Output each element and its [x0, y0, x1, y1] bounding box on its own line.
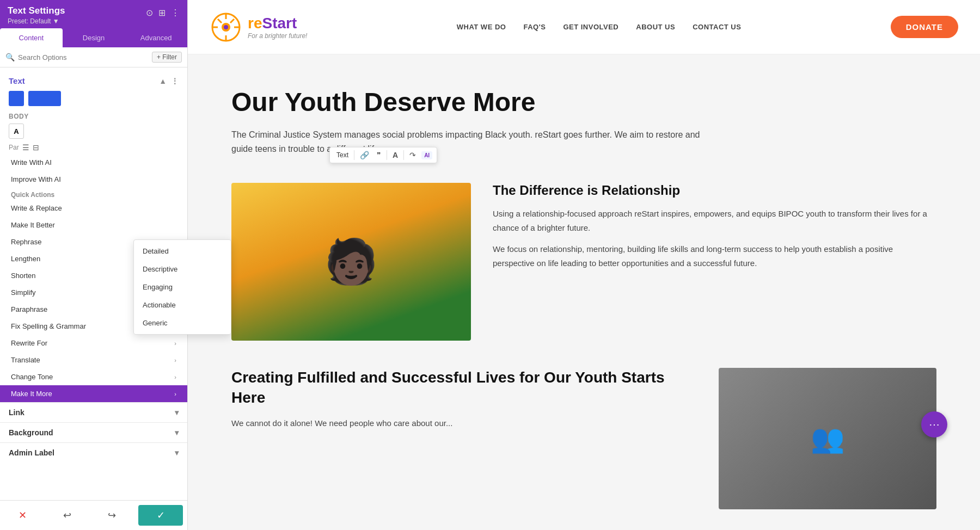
toolbar-divider-2: [387, 150, 387, 160]
toolbar-ai-icon[interactable]: AI: [421, 151, 432, 159]
menu-change-tone[interactable]: Change Tone ›: [0, 368, 187, 385]
color-row: [0, 89, 187, 108]
background-section[interactable]: Background ▾: [0, 422, 187, 442]
two-col-section: 🧑🏿 The Difference is Relationship Using …: [231, 183, 936, 341]
background-label: Background: [9, 428, 53, 437]
color-swatch-rect[interactable]: [28, 91, 61, 106]
second-section: Creating Fulfilled and Successful Lives …: [231, 368, 936, 509]
cancel-icon: ✕: [19, 509, 27, 521]
menu-translate[interactable]: Translate ›: [0, 352, 187, 368]
panel-tabs: Content Design Advanced: [0, 28, 187, 47]
panel-preset[interactable]: Preset: Default ▼: [8, 17, 65, 25]
color-swatch-blue[interactable]: [9, 91, 24, 106]
link-section[interactable]: Link ▾: [0, 402, 187, 422]
admin-label: Admin Label: [9, 448, 54, 457]
svg-point-6: [224, 25, 228, 29]
toolbar-more-icon[interactable]: ↷: [407, 150, 418, 161]
target-icon[interactable]: ⊙: [146, 8, 153, 18]
confirm-icon: ✓: [157, 509, 165, 521]
write-with-ai[interactable]: Write With AI: [0, 154, 187, 171]
background-expand-icon: ▾: [175, 428, 179, 437]
group-photo-placeholder: 👥: [719, 368, 936, 509]
panel-title: Text Settings: [8, 5, 65, 16]
quick-actions-label: Quick Actions: [0, 188, 187, 200]
admin-expand-icon: ▾: [175, 448, 179, 457]
text-section-header: Text ▲ ⋮: [0, 73, 187, 89]
logo-svg: [210, 11, 242, 44]
nav-faqs[interactable]: FAQ'S: [523, 23, 546, 31]
tab-content[interactable]: Content: [0, 28, 63, 47]
chevron-makeitmore-icon: ›: [174, 391, 176, 397]
menu-make-it-better[interactable]: Make It Better: [0, 217, 187, 233]
youth-image: 🧑🏿: [231, 183, 471, 341]
undo-button[interactable]: ↩: [45, 505, 89, 526]
submenu-descriptive[interactable]: Descriptive: [134, 260, 231, 278]
chat-bubble[interactable]: ⋯: [921, 411, 947, 437]
improve-with-ai[interactable]: Improve With AI: [0, 171, 187, 188]
tab-advanced[interactable]: Advanced: [125, 28, 187, 47]
toolbar-link-icon[interactable]: 🔗: [358, 150, 371, 161]
filter-label: + Filter: [157, 53, 177, 61]
group-image: 👥: [719, 368, 936, 509]
panel-footer: ✕ ↩ ↪ ✓: [0, 500, 187, 530]
search-icon: 🔍: [5, 53, 15, 61]
toolbar-text-label: Text: [334, 151, 351, 159]
confirm-button[interactable]: ✓: [138, 505, 183, 526]
submenu-make-it-more: Detailed Descriptive Engaging Actionable…: [133, 239, 231, 335]
hero-body: The Criminal Justice System manages soci…: [231, 128, 721, 156]
main-content: Our Youth Deserve More The Criminal Just…: [188, 54, 980, 530]
toolbar-divider-3: [403, 150, 404, 160]
section1-body2: We focus on relationship, mentoring, bui…: [493, 242, 936, 270]
admin-label-section[interactable]: Admin Label ▾: [0, 442, 187, 463]
inline-text-toolbar: Text 🔗 ❞ A ↷ AI: [329, 147, 437, 163]
collapse-icon[interactable]: ▲: [159, 77, 167, 85]
nav-links: WHAT WE DO FAQ'S GET INVOLVED ABOUT US C…: [457, 23, 742, 31]
para-text-icon: ⊟: [33, 143, 39, 152]
link-label: Link: [9, 408, 24, 417]
toolbar-font-color-icon[interactable]: A: [390, 150, 400, 161]
more-section-icon[interactable]: ⋮: [171, 77, 179, 85]
hero-title: Our Youth Deserve More: [231, 87, 936, 117]
chat-icon: ⋯: [929, 418, 940, 431]
menu-write-replace[interactable]: Write & Replace: [0, 200, 187, 217]
section2-body: We cannot do it alone! We need people wh…: [231, 416, 697, 430]
link-expand-icon: ▾: [175, 408, 179, 417]
section2-title: Creating Fulfilled and Successful Lives …: [231, 368, 697, 408]
para-list-icon: ☰: [22, 143, 29, 152]
left-panel: Text Settings Preset: Default ▼ ⊙ ⊞ ⋮ Co…: [0, 0, 188, 530]
more-icon[interactable]: ⋮: [171, 8, 180, 18]
search-input[interactable]: [18, 53, 149, 61]
menu-make-it-more[interactable]: Make It More ›: [0, 385, 187, 402]
chevron-rewrite-icon: ›: [174, 340, 176, 347]
cancel-button[interactable]: ✕: [0, 505, 45, 526]
submenu-engaging[interactable]: Engaging: [134, 278, 231, 296]
redo-icon: ↪: [108, 509, 116, 521]
body-swatch[interactable]: A: [9, 124, 24, 139]
section1-body1: Using a relationship-focused approach re…: [493, 207, 936, 235]
redo-button[interactable]: ↪: [89, 505, 134, 526]
right-content: Text 🔗 ❞ A ↷ AI reSta: [188, 0, 980, 530]
nav-get-involved[interactable]: GET INVOLVED: [563, 23, 618, 31]
second-text: Creating Fulfilled and Successful Lives …: [231, 368, 697, 430]
logo-tagline: For a brighter future!: [248, 32, 307, 40]
nav-contact-us[interactable]: CONTACT US: [693, 23, 741, 31]
toolbar-divider-1: [354, 150, 354, 160]
toolbar-quote-icon[interactable]: ❞: [375, 150, 383, 161]
text-section-label: Text: [9, 76, 25, 85]
submenu-detailed[interactable]: Detailed: [134, 242, 231, 260]
logo-wordmark: reStart: [248, 15, 307, 32]
submenu-generic[interactable]: Generic: [134, 314, 231, 332]
submenu-actionable[interactable]: Actionable: [134, 296, 231, 314]
two-col-text: The Difference is Relationship Using a r…: [493, 183, 936, 278]
hero-section: Our Youth Deserve More The Criminal Just…: [231, 87, 936, 156]
donate-button[interactable]: DONATE: [891, 16, 958, 38]
nav-what-we-do[interactable]: WHAT WE DO: [457, 23, 506, 31]
tab-design[interactable]: Design: [63, 28, 125, 47]
chevron-changetone-icon: ›: [174, 374, 176, 380]
columns-icon[interactable]: ⊞: [158, 8, 166, 18]
menu-rewrite-for[interactable]: Rewrite For ›: [0, 335, 187, 352]
logo-area: reStart For a brighter future!: [210, 11, 307, 44]
nav-about-us[interactable]: ABOUT US: [636, 23, 675, 31]
filter-button[interactable]: + Filter: [152, 52, 182, 63]
logo-text: reStart For a brighter future!: [248, 15, 307, 40]
